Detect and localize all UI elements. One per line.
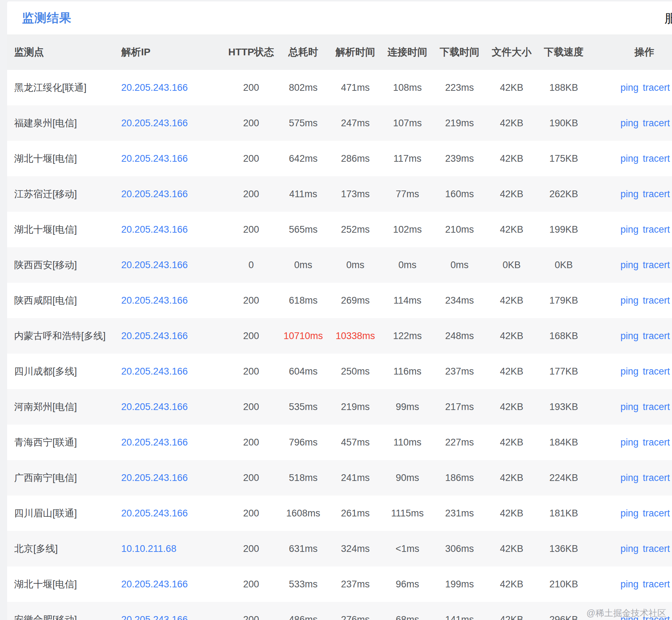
ping-link[interactable]: ping xyxy=(620,366,638,377)
cell-file_size: 42KB xyxy=(486,566,538,602)
ip-link[interactable]: 20.205.243.166 xyxy=(121,508,188,519)
cell-dns_time: 252ms xyxy=(329,212,381,247)
tracert-link[interactable]: tracert xyxy=(643,82,670,93)
tracert-link[interactable]: tracert xyxy=(643,508,670,519)
cell-status: 200 xyxy=(225,141,277,176)
cell-total_time: 642ms xyxy=(277,141,329,176)
ip-link[interactable]: 20.205.243.166 xyxy=(121,366,188,377)
cell-file_size: 42KB xyxy=(486,318,538,354)
cell-download_speed: 224KB xyxy=(538,460,590,496)
table-row: 湖北十堰[电信]20.205.243.166200533ms237ms96ms1… xyxy=(7,566,672,602)
cell-connect_time: 108ms xyxy=(381,70,433,105)
cell-location: 陕西西安[移动] xyxy=(7,247,121,283)
ping-link[interactable]: ping xyxy=(620,224,638,235)
cell-location: 安徽合肥[移动] xyxy=(7,602,121,620)
ip-link[interactable]: 20.205.243.166 xyxy=(121,331,188,341)
ip-link[interactable]: 20.205.243.166 xyxy=(121,118,188,128)
ip-link[interactable]: 20.205.243.166 xyxy=(121,472,188,483)
ping-link[interactable]: ping xyxy=(620,614,638,620)
ping-link[interactable]: ping xyxy=(620,579,638,589)
cell-download_time: 239ms xyxy=(433,141,486,176)
ip-link[interactable]: 20.205.243.166 xyxy=(121,295,188,306)
tracert-link[interactable]: tracert xyxy=(643,260,670,270)
cell-dns_time: 457ms xyxy=(329,425,381,460)
cell-file_size: 42KB xyxy=(486,354,538,389)
ip-link[interactable]: 20.205.243.166 xyxy=(121,579,188,589)
cell-total_time: 533ms xyxy=(277,566,329,602)
ip-link[interactable]: 20.205.243.166 xyxy=(121,260,188,270)
tracert-link[interactable]: tracert xyxy=(643,153,670,164)
ping-link[interactable]: ping xyxy=(620,260,638,270)
cell-total_time: 631ms xyxy=(277,531,329,566)
ip-link[interactable]: 10.10.211.68 xyxy=(121,543,177,554)
ping-link[interactable]: ping xyxy=(620,402,638,412)
cell-dns_time: 173ms xyxy=(329,176,381,212)
tracert-link[interactable]: tracert xyxy=(643,224,670,235)
tracert-link[interactable]: tracert xyxy=(643,331,670,341)
ping-link[interactable]: ping xyxy=(620,508,638,519)
ping-link[interactable]: ping xyxy=(620,331,638,341)
page-title: 监测结果 xyxy=(22,10,72,26)
ping-link[interactable]: ping xyxy=(620,543,638,554)
table-row: 四川眉山[联通]20.205.243.1662001608ms261ms1115… xyxy=(7,496,672,531)
cell-location: 四川眉山[联通] xyxy=(7,496,121,531)
cell-total_time: 565ms xyxy=(277,212,329,247)
cell-download_speed: 296KB xyxy=(538,602,590,620)
tracert-link[interactable]: tracert xyxy=(643,295,670,306)
ping-link[interactable]: ping xyxy=(620,153,638,164)
ip-link[interactable]: 20.205.243.166 xyxy=(121,153,188,164)
tracert-link[interactable]: tracert xyxy=(643,437,670,448)
ping-link[interactable]: ping xyxy=(620,472,638,483)
ip-link[interactable]: 20.205.243.166 xyxy=(121,614,188,620)
ping-link[interactable]: ping xyxy=(620,118,638,128)
cell-connect_time: 116ms xyxy=(381,354,433,389)
ip-link[interactable]: 20.205.243.166 xyxy=(121,224,188,235)
column-header-download-speed: 下载速度 xyxy=(538,34,590,70)
ip-link[interactable]: 20.205.243.166 xyxy=(121,82,188,93)
cell-connect_time: 68ms xyxy=(381,602,433,620)
tracert-link[interactable]: tracert xyxy=(643,472,670,483)
tracert-link[interactable]: tracert xyxy=(643,118,670,128)
cell-file_size: 42KB xyxy=(486,105,538,141)
tracert-link[interactable]: tracert xyxy=(643,543,670,554)
tracert-link[interactable]: tracert xyxy=(643,366,670,377)
ip-link[interactable]: 20.205.243.166 xyxy=(121,189,188,199)
cell-dns_time: 269ms xyxy=(329,283,381,318)
ping-link[interactable]: ping xyxy=(620,189,638,199)
cell-total_time: 486ms xyxy=(277,602,329,620)
column-header-ip: 解析IP xyxy=(121,34,225,70)
cell-download_speed: 262KB xyxy=(538,176,590,212)
tracert-link[interactable]: tracert xyxy=(643,189,670,199)
cell-status: 200 xyxy=(225,389,277,425)
cell-download_speed: 184KB xyxy=(538,425,590,460)
cell-download_time: 248ms xyxy=(433,318,486,354)
column-header-download-time: 下载时间 xyxy=(433,34,486,70)
cell-location: 黑龙江绥化[联通] xyxy=(7,70,121,105)
tracert-link[interactable]: tracert xyxy=(643,614,670,620)
tracert-link[interactable]: tracert xyxy=(643,402,670,412)
table-row: 湖北十堰[电信]20.205.243.166200565ms252ms102ms… xyxy=(7,212,672,247)
table-row: 湖北十堰[电信]20.205.243.166200642ms286ms117ms… xyxy=(7,141,672,176)
cell-status: 200 xyxy=(225,531,277,566)
cell-download_speed: 188KB xyxy=(538,70,590,105)
cell-dns_time: 261ms xyxy=(329,496,381,531)
cell-download_time: 141ms xyxy=(433,602,486,620)
cell-download_time: 0ms xyxy=(433,247,486,283)
cell-total_time: 604ms xyxy=(277,354,329,389)
ip-link[interactable]: 20.205.243.166 xyxy=(121,402,188,412)
cell-file_size: 42KB xyxy=(486,70,538,105)
ping-link[interactable]: ping xyxy=(620,82,638,93)
tracert-link[interactable]: tracert xyxy=(643,579,670,589)
cell-connect_time: 1115ms xyxy=(381,496,433,531)
cell-status: 200 xyxy=(225,354,277,389)
cell-file_size: 42KB xyxy=(486,141,538,176)
ip-link[interactable]: 20.205.243.166 xyxy=(121,437,188,448)
table-row: 北京[多线]10.10.211.68200631ms324ms<1ms306ms… xyxy=(7,531,672,566)
cell-connect_time: 107ms xyxy=(381,105,433,141)
cell-download_time: 186ms xyxy=(433,460,486,496)
ping-link[interactable]: ping xyxy=(620,295,638,306)
ping-link[interactable]: ping xyxy=(620,437,638,448)
cell-total_time: 802ms xyxy=(277,70,329,105)
cell-file_size: 42KB xyxy=(486,602,538,620)
cell-file_size: 42KB xyxy=(486,212,538,247)
